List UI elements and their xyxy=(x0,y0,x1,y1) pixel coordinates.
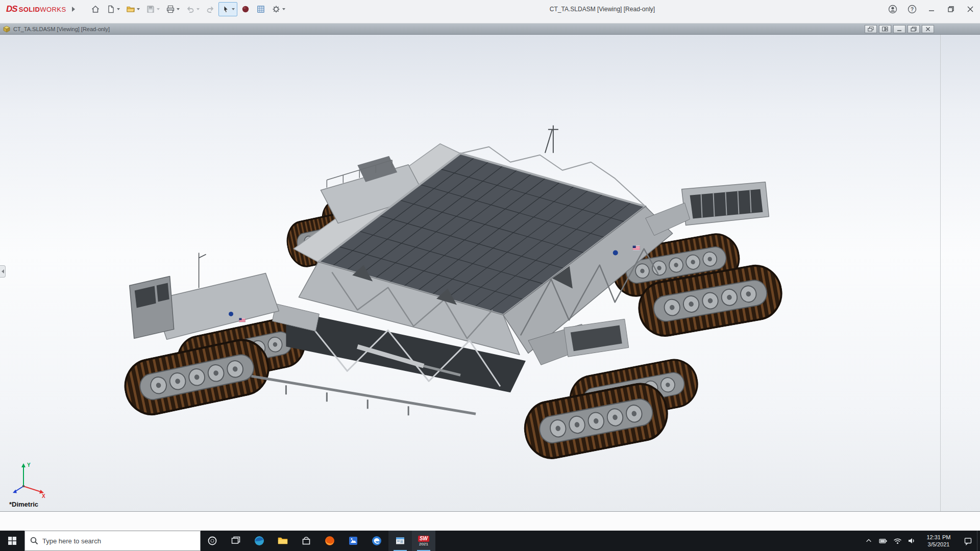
settings-gear-icon xyxy=(272,5,281,14)
hidden-icons-button[interactable] xyxy=(862,531,876,551)
edge-button[interactable] xyxy=(248,531,271,551)
triad-x-label: X xyxy=(42,493,45,498)
menu-expand-arrow-icon[interactable] xyxy=(72,7,75,12)
clock-time: 12:31 PM xyxy=(926,534,950,541)
edge-icon xyxy=(254,535,265,546)
select-tool-button[interactable] xyxy=(218,2,237,16)
account-icon xyxy=(888,5,897,14)
view-orientation-label: *Dimetric xyxy=(9,500,38,508)
material-sphere-button[interactable] xyxy=(238,2,253,16)
file-explorer-button[interactable] xyxy=(271,531,295,551)
us-flag xyxy=(239,318,246,322)
redo-button[interactable] xyxy=(203,2,217,16)
account-button[interactable] xyxy=(883,0,902,18)
file-explorer-icon xyxy=(277,535,288,546)
windows-logo-icon xyxy=(8,537,16,545)
design-table-icon xyxy=(256,5,265,14)
document-window-bar: CT_TA.SLDASM [Viewing] [Read-only] xyxy=(0,23,980,35)
graphics-area[interactable]: Y X *Dimetric xyxy=(0,35,980,512)
app-titlebar: DSSOLIDWORKS xyxy=(0,0,980,23)
sw-logo-mark: SW xyxy=(418,536,429,542)
restore-button[interactable] xyxy=(941,0,961,18)
restore-icon xyxy=(946,5,955,14)
options-button[interactable] xyxy=(269,2,288,16)
track-front-right-outer xyxy=(520,380,672,463)
design-table-button[interactable] xyxy=(254,2,268,16)
cascade-icon xyxy=(868,27,874,32)
close-icon xyxy=(966,5,975,14)
dropdown-caret-icon xyxy=(157,8,160,10)
home-icon xyxy=(91,5,100,14)
battery-button[interactable] xyxy=(876,531,890,551)
doc-restore-button[interactable] xyxy=(908,25,920,33)
new-document-button[interactable] xyxy=(104,2,122,16)
sw-year-badge: 2021 xyxy=(419,542,428,546)
ds-logo-mark: DS xyxy=(6,4,17,14)
assembly-cube-icon xyxy=(3,26,10,33)
volume-button[interactable] xyxy=(904,531,919,551)
task-view-button[interactable] xyxy=(224,531,248,551)
orientation-triad[interactable]: Y X xyxy=(12,460,48,498)
close-button[interactable] xyxy=(961,0,980,18)
doc-close-button[interactable] xyxy=(922,25,934,33)
brand-solid: SOLID xyxy=(19,6,40,13)
edge-legacy-button[interactable] xyxy=(365,531,388,551)
quick-access-toolbar xyxy=(88,2,288,16)
clock-date: 3/5/2021 xyxy=(928,541,950,548)
battery-icon xyxy=(879,537,888,545)
wifi-icon xyxy=(893,537,902,544)
home-button[interactable] xyxy=(88,2,103,16)
open-folder-icon xyxy=(126,5,135,14)
save-icon xyxy=(146,5,155,14)
taskbar-clock[interactable]: 12:31 PM 3/5/2021 xyxy=(919,531,959,551)
open-window-button[interactable] xyxy=(388,531,412,551)
tile-icon xyxy=(882,27,888,32)
doc-minimize-button[interactable] xyxy=(893,25,905,33)
action-center-button[interactable] xyxy=(959,531,977,551)
svg-text:?: ? xyxy=(911,7,914,12)
search-input[interactable] xyxy=(42,537,195,545)
print-button[interactable] xyxy=(163,2,182,16)
photos-icon xyxy=(348,535,359,546)
us-flag xyxy=(633,246,640,251)
show-desktop-button[interactable] xyxy=(977,531,980,551)
redo-icon xyxy=(206,5,215,14)
solidworks-taskbar-button[interactable]: SW 2021 xyxy=(412,531,435,551)
help-button[interactable]: ? xyxy=(902,0,922,18)
minimize-button[interactable] xyxy=(922,0,941,18)
feature-tree-collapse-tab[interactable] xyxy=(0,265,6,278)
restore-icon xyxy=(911,27,917,32)
undo-icon xyxy=(186,5,195,14)
titlebar-row: DSSOLIDWORKS xyxy=(0,0,980,18)
firefox-button[interactable] xyxy=(318,531,341,551)
taskbar-search[interactable] xyxy=(24,531,201,551)
select-cursor-icon xyxy=(221,5,230,14)
task-view-icon xyxy=(230,535,241,546)
open-window-icon xyxy=(395,535,406,546)
store-icon xyxy=(301,535,312,546)
minimize-icon xyxy=(896,27,902,32)
undo-button[interactable] xyxy=(183,2,202,16)
start-button[interactable] xyxy=(0,531,24,551)
store-button[interactable] xyxy=(295,531,318,551)
save-button[interactable] xyxy=(143,2,162,16)
crawler-transporter-model xyxy=(0,35,980,511)
doc-tile-button[interactable] xyxy=(879,25,891,33)
window-controls: ? xyxy=(883,0,980,18)
dropdown-caret-icon xyxy=(117,8,120,10)
photos-button[interactable] xyxy=(341,531,365,551)
speaker-icon xyxy=(908,537,916,545)
search-icon xyxy=(30,537,38,545)
dropdown-caret-icon xyxy=(177,8,180,10)
dropdown-caret-icon xyxy=(232,8,235,10)
open-button[interactable] xyxy=(124,2,142,16)
firefox-icon xyxy=(324,535,335,546)
edge-legacy-icon xyxy=(371,535,382,546)
cortana-button[interactable] xyxy=(201,531,224,551)
system-tray: 12:31 PM 3/5/2021 xyxy=(862,531,980,551)
network-button[interactable] xyxy=(890,531,904,551)
task-pane-edge xyxy=(940,35,941,511)
doc-cascade-button[interactable] xyxy=(865,25,877,33)
document-window-controls xyxy=(865,25,934,33)
cortana-icon xyxy=(207,535,218,546)
